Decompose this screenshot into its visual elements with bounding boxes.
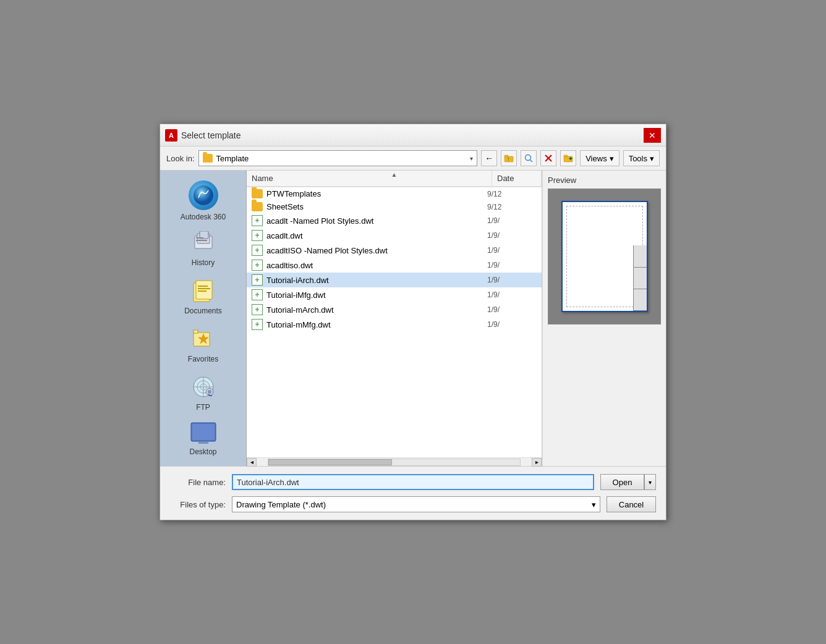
views-label: Views [585,154,607,163]
chevron-down-icon: ▾ [470,155,473,162]
sidebar-item-label-autodesk360: Autodesk 360 [181,213,226,221]
file-item-date: 1/9/ [487,261,537,269]
svg-point-30 [208,390,211,394]
filetype-value: Drawing Template (*.dwt) [236,500,326,509]
dwt-icon [252,245,263,256]
sidebar-item-label-ftp: FTP [196,403,210,412]
svg-point-3 [526,155,531,161]
svg-rect-8 [564,155,568,157]
file-item-date: 1/9/ [487,320,537,329]
up-folder-button[interactable]: ↑ [501,150,517,166]
file-item-ptwtemplates[interactable]: PTWTemplates9/12 [247,187,542,200]
file-item-tutorial-imfg[interactable]: Tutorial-iMfg.dwt1/9/ [247,287,542,302]
open-button[interactable]: Open [600,474,644,490]
tools-label: Tools [629,154,647,163]
file-item-date: 1/9/ [487,290,537,299]
svg-line-31 [208,394,210,396]
preview-titleblock [633,245,647,311]
sidebar-item-documents[interactable]: Documents [160,272,246,320]
filename-input[interactable] [232,474,594,490]
folder-icon [203,154,213,163]
folder-icon [252,202,263,211]
file-item-aclt[interactable]: acadlt.dwt1/9/ [247,228,542,243]
file-item-date: 1/9/ [487,246,537,255]
scroll-right-button[interactable]: ▸ [532,458,542,467]
open-button-group: Open ▾ [600,474,656,490]
delete-button[interactable] [540,150,556,166]
autodesk360-icon [189,180,218,210]
svg-rect-19 [198,288,210,289]
dwt-icon [252,260,263,271]
title-bar: A Select template ✕ [160,124,666,146]
file-item-name: Tutorial-mMfg.dwt [266,320,483,329]
main-content: Autodesk 360 History [160,171,666,466]
sidebar-item-desktop[interactable]: Desktop [160,417,246,461]
ftp-icon [190,373,217,400]
close-button[interactable]: ✕ [644,128,661,143]
file-item-tutorial-iarch[interactable]: Tutorial-iArch.dwt1/9/ [247,273,542,287]
sidebar-item-label-desktop: Desktop [189,447,216,456]
sidebar-item-autodesk360[interactable]: Autodesk 360 [160,176,246,226]
sidebar-item-favorites[interactable]: Favorites [160,320,246,368]
favorites-icon [190,325,217,352]
svg-rect-35 [198,442,208,444]
sidebar-item-history[interactable]: History [160,226,246,272]
new-folder-button[interactable]: ✦ [560,150,576,166]
svg-line-4 [530,160,533,163]
file-item-aclt-named[interactable]: acadlt -Named Plot Styles.dwt1/9/ [247,213,542,228]
file-item-name: acadlt.dwt [266,231,483,240]
views-chevron-icon: ▾ [610,154,614,163]
file-item-name: PTWTemplates [266,189,483,198]
file-list-header: ▲ Name Date [247,171,542,187]
preview-label: Preview [548,176,661,185]
preview-panel: Preview [542,171,666,466]
sidebar: Autodesk 360 History [160,171,247,466]
tools-button[interactable]: Tools ▾ [623,150,660,166]
sort-indicator-icon[interactable]: ▲ [389,171,400,179]
file-item-acltiso-named[interactable]: acadltISO -Named Plot Styles.dwt1/9/ [247,243,542,258]
svg-text:↑: ↑ [507,156,510,162]
dwt-icon [252,215,263,226]
svg-rect-22 [194,330,198,333]
horizontal-scrollbar[interactable]: ◂ ▸ [247,457,542,466]
filename-label: File name: [170,478,226,487]
col-date-header[interactable]: Date [492,171,542,186]
sidebar-item-label-favorites: Favorites [188,355,218,363]
filetype-dropdown[interactable]: Drawing Template (*.dwt) ▾ [232,496,600,512]
file-item-name: Tutorial-iArch.dwt [266,276,483,285]
open-label: Open [601,478,644,487]
scroll-left-button[interactable]: ◂ [247,458,257,467]
autocad-logo-icon: A [165,129,177,142]
col-name-header[interactable]: Name [247,171,492,186]
sidebar-item-ftp[interactable]: FTP [160,368,246,417]
search-button[interactable] [521,150,537,166]
filename-row: File name: Open ▾ [170,474,656,490]
tools-chevron-icon: ▾ [650,154,654,163]
desktop-icon [190,422,217,445]
scroll-track[interactable] [268,459,521,466]
file-item-acltiso[interactable]: acadltiso.dwt1/9/ [247,258,542,273]
title-bar-left: A Select template [165,129,241,142]
preview-drawing-inner [566,206,643,307]
filetype-label: Files of type: [170,500,226,509]
open-arrow-button[interactable]: ▾ [644,474,656,490]
sidebar-item-label-documents: Documents [184,307,222,315]
file-item-name: acadlt -Named Plot Styles.dwt [266,216,483,226]
cancel-button[interactable]: Cancel [607,496,656,512]
lookin-dropdown[interactable]: Template ▾ [198,150,478,166]
file-item-date: 1/9/ [487,216,537,225]
views-button[interactable]: Views ▾ [580,150,619,166]
lookin-value: Template [216,154,249,163]
file-list[interactable]: PTWTemplates9/12SheetSets9/12acadlt -Nam… [247,187,542,457]
scroll-thumb[interactable] [268,459,392,465]
file-item-tutorial-mmfg[interactable]: Tutorial-mMfg.dwt1/9/ [247,317,542,332]
dwt-icon [252,319,263,330]
history-icon [190,231,217,256]
preview-box [548,189,661,324]
file-item-tutorial-march[interactable]: Tutorial-mArch.dwt1/9/ [247,302,542,317]
file-item-name: acadltISO -Named Plot Styles.dwt [266,246,483,255]
lookin-label: Look in: [166,154,195,163]
file-item-name: SheetSets [266,202,483,211]
back-button[interactable]: ← [481,150,497,166]
file-item-sheetsets[interactable]: SheetSets9/12 [247,200,542,213]
